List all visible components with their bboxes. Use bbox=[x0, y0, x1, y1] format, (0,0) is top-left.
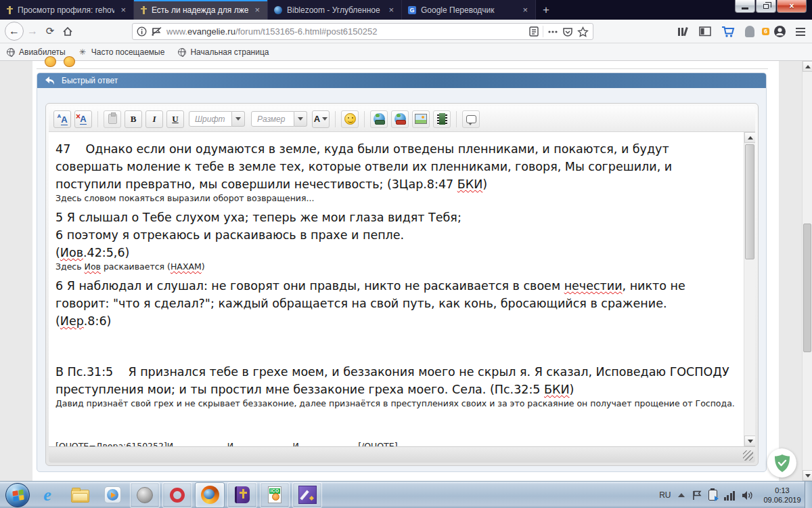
account-icon[interactable] bbox=[773, 25, 786, 38]
restore-button[interactable] bbox=[756, 0, 776, 13]
underline-button[interactable]: U bbox=[166, 110, 184, 128]
action-center-flag-icon[interactable] bbox=[692, 490, 702, 501]
paste-icon bbox=[108, 114, 117, 124]
size-dropdown-button[interactable] bbox=[294, 111, 307, 127]
page-actions-icon[interactable] bbox=[547, 30, 558, 34]
insert-link-button[interactable] bbox=[370, 110, 388, 128]
windows-taskbar: e ICO RU 0:1309.06.2019 bbox=[0, 481, 812, 508]
taskbar-picpick-app[interactable] bbox=[292, 482, 322, 508]
pocket-icon[interactable] bbox=[562, 26, 573, 37]
size-dropdown[interactable]: Размер bbox=[251, 111, 307, 127]
browser-nav-bar: ← → ⟳ www.evangelie.ru/forum/t153165-6.h… bbox=[0, 20, 812, 43]
menu-icon[interactable] bbox=[796, 28, 805, 36]
bookmark-aviabilety[interactable]: Авиабилеты bbox=[0, 45, 72, 60]
bold-button[interactable]: B bbox=[125, 110, 142, 128]
start-button[interactable] bbox=[5, 483, 30, 507]
switch-editor-mode-button[interactable]: AA bbox=[53, 110, 71, 128]
url-text[interactable]: www.evangelie.ru/forum/t153165-6.html#po… bbox=[166, 26, 525, 37]
url-bar[interactable]: www.evangelie.ru/forum/t153165-6.html#po… bbox=[132, 23, 593, 40]
toolbar-separator bbox=[335, 111, 336, 127]
show-desktop-button[interactable] bbox=[805, 482, 812, 508]
adguard-assistant-button[interactable] bbox=[767, 448, 796, 478]
editor-paragraph: (Иов.42:5,6) bbox=[55, 244, 740, 261]
taskbar-bible-app[interactable] bbox=[227, 482, 257, 508]
font-dropdown[interactable]: Шрифт bbox=[189, 111, 245, 127]
hidden-icons-button[interactable] bbox=[678, 493, 685, 497]
font-color-button[interactable]: A bbox=[312, 110, 330, 128]
language-indicator[interactable]: RU bbox=[659, 490, 671, 500]
bookmark-star-icon[interactable] bbox=[577, 26, 589, 37]
biblezoom-favicon-icon bbox=[274, 6, 282, 14]
shopping-cart-icon[interactable] bbox=[721, 25, 736, 38]
green-shield-check-icon bbox=[773, 454, 791, 473]
image-icon bbox=[415, 114, 427, 124]
tab-close-icon[interactable]: × bbox=[387, 5, 395, 15]
bookmarks-bar: Авиабилеты ✳ Часто посещаемые Начальная … bbox=[0, 43, 812, 61]
tab-biblezoom[interactable]: Biblezoom - Углубленное исс × bbox=[268, 0, 402, 20]
tab-close-icon[interactable]: × bbox=[253, 5, 261, 15]
scroll-down-button[interactable] bbox=[744, 436, 755, 446]
taskbar-media-player[interactable] bbox=[97, 482, 127, 508]
smilies-button[interactable] bbox=[341, 110, 359, 128]
taskbar-app-gray[interactable] bbox=[130, 482, 160, 508]
network-signal-icon[interactable] bbox=[724, 490, 736, 501]
window-controls: × bbox=[734, 0, 807, 13]
clock[interactable]: 0:1309.06.2019 bbox=[761, 486, 804, 505]
tab-profile-view[interactable]: Просмотр профиля: rehovot6 × bbox=[0, 0, 134, 20]
minimize-button[interactable] bbox=[735, 0, 755, 13]
home-button[interactable] bbox=[59, 26, 76, 37]
ghostery-icon[interactable] bbox=[745, 26, 754, 37]
scroll-up-button[interactable] bbox=[744, 132, 755, 143]
content-blocking-icon[interactable] bbox=[151, 26, 162, 37]
page-scroll-up-button[interactable] bbox=[803, 61, 812, 72]
editor-scrollbar[interactable] bbox=[744, 132, 755, 446]
bookmark-frequent[interactable]: ✳ Часто посещаемые bbox=[72, 45, 172, 60]
editor-paragraph: Здесь Иов раскаивается (НАХАМ) bbox=[55, 261, 740, 272]
toolbar-separator bbox=[364, 111, 365, 127]
forward-button[interactable]: → bbox=[24, 25, 41, 37]
tab-title: Biblezoom - Углубленное исс bbox=[287, 5, 382, 15]
insert-video-button[interactable] bbox=[433, 110, 451, 128]
browser-scrollbar[interactable] bbox=[802, 61, 812, 481]
font-dropdown-button[interactable] bbox=[232, 111, 245, 127]
tab-active-thread[interactable]: Есть ли надежда для лжецов? × bbox=[134, 0, 268, 20]
globe-icon bbox=[178, 48, 186, 56]
quote-button[interactable] bbox=[462, 110, 480, 128]
paste-button[interactable] bbox=[104, 110, 121, 128]
gray-circle-app-icon bbox=[137, 487, 153, 503]
triangle-down-icon bbox=[748, 440, 753, 443]
insert-image-button[interactable] bbox=[412, 110, 430, 128]
browser-scrollbar-thumb[interactable] bbox=[803, 224, 811, 352]
remove-format-button[interactable]: A× bbox=[74, 110, 92, 128]
reload-button[interactable]: ⟳ bbox=[41, 25, 59, 37]
taskbar-file-explorer[interactable] bbox=[65, 482, 95, 508]
close-window-button[interactable]: × bbox=[777, 0, 807, 13]
editor-toolbar: AA A× B I U Шрифт Размер A bbox=[49, 106, 755, 132]
italic-button[interactable]: I bbox=[145, 110, 163, 128]
resize-grip[interactable] bbox=[743, 450, 753, 461]
gear-icon: ✳ bbox=[79, 48, 87, 56]
remove-link-button[interactable] bbox=[391, 110, 409, 128]
smiley-emoticon-icon bbox=[45, 56, 56, 67]
editor-scrollbar-thumb[interactable] bbox=[745, 144, 754, 259]
smiley-emoticon-icon bbox=[64, 56, 75, 67]
taskbar-firefox-active[interactable] bbox=[195, 482, 225, 508]
installer-tray-icon[interactable] bbox=[708, 490, 717, 501]
tab-google-translate[interactable]: G Google Переводчик × bbox=[402, 0, 536, 20]
new-tab-button[interactable]: + bbox=[536, 0, 556, 20]
back-button[interactable]: ← bbox=[5, 22, 24, 41]
sidebar-icon[interactable] bbox=[699, 26, 712, 37]
reader-mode-icon[interactable] bbox=[529, 26, 539, 37]
site-info-icon[interactable] bbox=[137, 26, 147, 37]
volume-speaker-icon[interactable] bbox=[742, 490, 754, 501]
editor-content[interactable]: 47 Однако если они одумаются в земле, ку… bbox=[49, 132, 744, 446]
editor-text-area[interactable]: 47 Однако если они одумаются в земле, ку… bbox=[49, 132, 755, 446]
tab-close-icon[interactable]: × bbox=[119, 5, 127, 15]
taskbar-opera[interactable] bbox=[162, 482, 192, 508]
bookmark-homepage[interactable]: Начальная страница bbox=[171, 45, 275, 60]
tab-close-icon[interactable]: × bbox=[521, 5, 529, 15]
taskbar-ico-file[interactable]: ICO bbox=[260, 482, 290, 508]
taskbar-internet-explorer[interactable]: e bbox=[32, 482, 62, 508]
page-scroll-down-button[interactable] bbox=[803, 470, 812, 481]
library-icon[interactable] bbox=[677, 26, 690, 37]
